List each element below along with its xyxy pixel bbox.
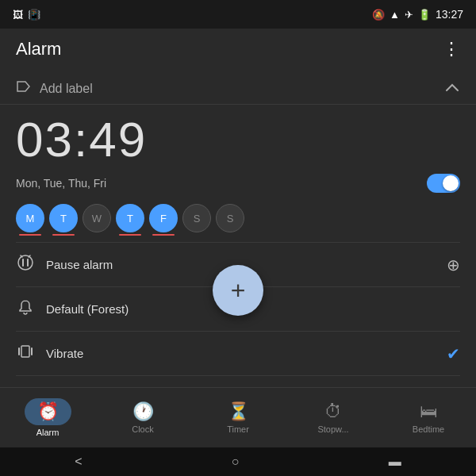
nav-clock[interactable]: 🕐 Clock [119,401,167,434]
overflow-menu-button[interactable]: ⋮ [443,39,460,60]
status-time: 13:27 [436,8,463,21]
bottom-nav: ⏰ Alarm 🕐 Clock ⏳ Timer ⏱ Stopw... 🛏 Bed… [0,387,476,447]
chevron-up-icon[interactable] [444,79,460,98]
day-friday[interactable]: F [149,204,178,232]
back-button[interactable]: < [75,455,82,469]
image-icon: 🖼 [13,9,23,21]
phone-container: 🖼 📳 🔕 ▲ ✈ 🔋 13:27 Alarm ⋮ Add label [0,0,476,476]
home-button[interactable]: ○ [232,455,240,469]
bedtime-nav-icon: 🛏 [420,401,437,422]
nav-alarm[interactable]: ⏰ Alarm [24,398,71,437]
pause-alarm-label: Pause alarm [46,258,113,271]
add-label-left: Add label [16,80,93,97]
time-display[interactable]: 03:49 [0,105,476,171]
stopwatch-nav-label: Stopw... [317,424,348,434]
schedule-row: Mon, Tue, Thu, Fri [0,171,476,201]
main-content: Add label 03:49 Mon, Tue, Thu, Fri M [0,70,476,387]
recent-button[interactable]: ▬ [389,455,401,469]
battery-icon: 🔋 [418,9,431,21]
schedule-text: Mon, Tue, Thu, Fri [16,177,106,190]
day-wednesday[interactable]: W [83,204,111,232]
vibrate-label: Vibrate [46,347,83,360]
clock-nav-icon: 🕐 [132,401,154,422]
nav-bedtime[interactable]: 🛏 Bedtime [405,401,452,434]
day-thursday[interactable]: T [116,204,144,232]
vibrate-item[interactable]: Vibrate ✔ [0,332,476,375]
clock-nav-label: Clock [132,424,154,434]
alarm-nav-label: Alarm [36,428,60,437]
svg-point-0 [18,255,33,270]
schedule-toggle[interactable] [427,174,460,193]
wifi-icon: ▲ [390,9,400,21]
sound-left: Default (Forest) [16,298,129,320]
pause-alarm-left: Pause alarm [16,254,113,275]
pause-alarm-add-icon[interactable]: ⊕ [447,255,460,274]
pause-alarm-icon [16,254,35,275]
day-sunday[interactable]: S [216,204,244,232]
voicemail-icon: 📳 [28,9,40,21]
airplane-icon: ✈ [405,9,413,21]
toggle-knob [443,175,459,191]
delete-item[interactable]: Delete [0,376,476,387]
label-icon [16,80,32,97]
mute-icon: 🔕 [372,9,385,21]
day-saturday[interactable]: S [182,204,211,232]
add-label-row[interactable]: Add label [0,70,476,105]
bell-icon [16,298,35,320]
add-label-text: Add label [40,82,93,96]
timer-nav-icon: ⏳ [228,401,249,422]
nav-timer[interactable]: ⏳ Timer [214,401,262,434]
timer-nav-label: Timer [227,424,249,434]
vibrate-left: Vibrate [16,343,83,364]
svg-rect-3 [21,346,29,357]
fab-add-button[interactable]: + [213,265,263,316]
bedtime-nav-label: Bedtime [413,424,444,434]
day-monday[interactable]: M [16,204,44,232]
status-left: 🖼 📳 [13,9,40,21]
status-right: 🔕 ▲ ✈ 🔋 13:27 [372,8,463,21]
system-nav: < ○ ▬ [0,447,476,476]
sound-label: Default (Forest) [46,302,129,316]
status-bar: 🖼 📳 🔕 ▲ ✈ 🔋 13:27 [0,0,476,29]
alarm-nav-icon: ⏰ [37,401,59,421]
top-bar: Alarm ⋮ [0,29,476,70]
fab-plus-icon: + [231,276,246,305]
day-tuesday[interactable]: T [49,204,78,232]
vibrate-icon [16,343,35,364]
nav-stopwatch[interactable]: ⏱ Stopw... [309,401,357,434]
day-selector: M T W T F S S [0,201,476,242]
alarm-time: 03:49 [16,112,147,167]
stopwatch-nav-icon: ⏱ [324,401,342,422]
page-title: Alarm [16,39,61,60]
vibrate-check-icon: ✔ [447,344,460,363]
